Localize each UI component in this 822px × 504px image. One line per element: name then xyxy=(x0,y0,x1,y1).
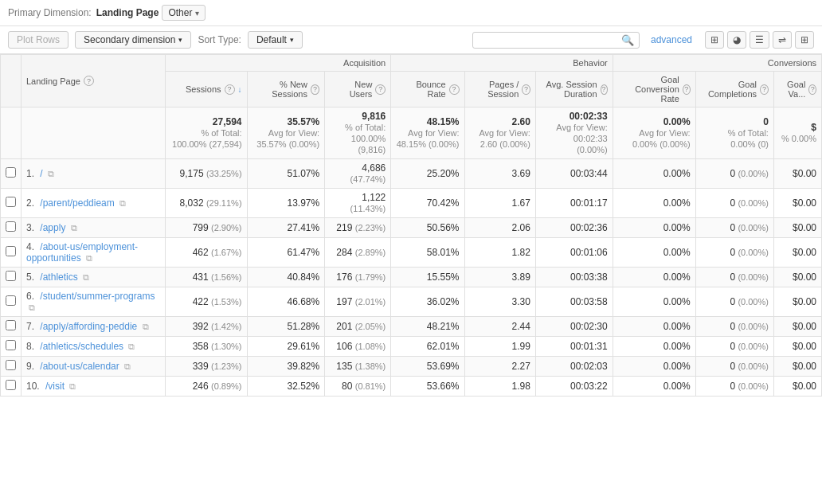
row-page-cell: 1. / ⧉ xyxy=(22,159,166,189)
row-checkbox-input[interactable] xyxy=(6,271,16,281)
row-checkbox[interactable] xyxy=(1,337,22,357)
secondary-dimension-button[interactable]: Secondary dimension ▾ xyxy=(75,31,191,49)
row-page-link[interactable]: /student/summer-programs xyxy=(40,291,155,302)
avg-session-info-icon[interactable]: ? xyxy=(601,84,608,95)
row-page-link[interactable]: /about-us/calendar xyxy=(40,361,119,372)
row-checkbox-input[interactable] xyxy=(6,360,16,370)
row-goal-completions: 0 (0.00%) xyxy=(695,377,773,397)
row-external-icon[interactable]: ⧉ xyxy=(71,223,77,232)
search-icon[interactable]: 🔍 xyxy=(621,34,634,46)
row-external-icon[interactable]: ⧉ xyxy=(29,303,35,312)
row-checkbox[interactable] xyxy=(1,377,22,397)
row-external-icon[interactable]: ⧉ xyxy=(143,322,149,331)
row-checkbox-input[interactable] xyxy=(6,246,16,256)
row-external-icon[interactable]: ⧉ xyxy=(119,198,126,208)
row-new-sessions: 40.84% xyxy=(247,268,325,287)
row-checkbox-input[interactable] xyxy=(6,320,16,330)
row-number: 5. xyxy=(26,272,34,283)
row-external-icon[interactable]: ⧉ xyxy=(69,381,76,391)
row-avg-session: 00:02:03 xyxy=(535,357,613,377)
goal-completions-header: Goal Completions ? xyxy=(695,72,773,107)
row-avg-session: 00:03:44 xyxy=(535,159,613,189)
goal-completions-info-icon[interactable]: ? xyxy=(760,84,769,95)
pivot-view-button[interactable]: ⊞ xyxy=(795,31,814,49)
row-page-link[interactable]: /about-us/employment-opportunities xyxy=(26,241,138,264)
landing-page-info-icon[interactable]: ? xyxy=(84,76,94,86)
sessions-sort-icon[interactable]: ↓ xyxy=(238,85,242,94)
row-page-link[interactable]: /apply xyxy=(40,222,65,233)
row-goal-value: $0.00 xyxy=(773,287,821,317)
goal-value-header: Goal Va... ? xyxy=(773,72,821,107)
sessions-header: Sessions ? ↓ xyxy=(165,72,247,107)
row-pages-session: 2.27 xyxy=(464,357,535,377)
row-bounce-rate: 15.55% xyxy=(391,268,464,287)
other-button[interactable]: Other ▾ xyxy=(162,5,206,21)
row-checkbox[interactable] xyxy=(1,189,22,218)
row-avg-session: 00:03:22 xyxy=(535,377,613,397)
row-sessions: 246 (0.89%) xyxy=(165,377,247,397)
default-chevron-icon: ▾ xyxy=(290,36,294,44)
row-checkbox-input[interactable] xyxy=(6,380,16,390)
table-row: 10. /visit ⧉ 246 (0.89%) 32.52% 80 (0.81… xyxy=(1,377,822,397)
new-users-info-icon[interactable]: ? xyxy=(375,84,386,95)
plot-rows-button[interactable]: Plot Rows xyxy=(8,31,68,49)
pages-session-info-icon[interactable]: ? xyxy=(522,84,530,95)
row-page-link[interactable]: /parent/peddieam xyxy=(40,197,114,209)
row-checkbox[interactable] xyxy=(1,268,22,287)
pie-view-button[interactable]: ◕ xyxy=(727,31,746,49)
row-pages-session: 1.82 xyxy=(464,238,535,268)
row-checkbox[interactable] xyxy=(1,317,22,337)
row-goal-value: $0.00 xyxy=(773,377,821,397)
default-sort-button[interactable]: Default ▾ xyxy=(248,31,303,49)
search-input[interactable] xyxy=(478,34,621,45)
row-pages-session: 3.69 xyxy=(464,159,535,189)
total-goal-completions: 0 % of Total: 0.00% (0) xyxy=(695,107,773,159)
total-new-sessions: 35.57% Avg for View: 35.57% (0.00%) xyxy=(247,107,325,159)
row-external-icon[interactable]: ⧉ xyxy=(48,169,54,178)
row-external-icon[interactable]: ⧉ xyxy=(83,272,89,282)
row-page-link[interactable]: /apply/affording-peddie xyxy=(40,321,137,332)
primary-dimension-value: Landing Page xyxy=(96,7,159,18)
goal-conversion-info-icon[interactable]: ? xyxy=(683,84,691,95)
row-goal-value: $0.00 xyxy=(773,317,821,337)
row-checkbox[interactable] xyxy=(1,238,22,268)
row-new-sessions: 27.41% xyxy=(247,218,325,238)
row-sessions: 8,032 (29.11%) xyxy=(165,189,247,218)
row-checkbox-input[interactable] xyxy=(6,295,16,306)
row-checkbox[interactable] xyxy=(1,287,22,317)
row-goal-conversion: 0.00% xyxy=(613,287,695,317)
row-external-icon[interactable]: ⧉ xyxy=(86,253,92,263)
row-checkbox[interactable] xyxy=(1,218,22,238)
row-checkbox-input[interactable] xyxy=(6,167,16,178)
row-checkbox-input[interactable] xyxy=(6,221,16,232)
row-checkbox-input[interactable] xyxy=(6,197,16,207)
row-goal-completions: 0 (0.00%) xyxy=(695,357,773,377)
goal-value-info-icon[interactable]: ? xyxy=(808,84,816,95)
new-sessions-info-icon[interactable]: ? xyxy=(311,84,319,95)
row-page-link[interactable]: /athletics/schedules xyxy=(40,341,123,352)
sessions-info-icon[interactable]: ? xyxy=(225,84,235,95)
row-checkbox[interactable] xyxy=(1,357,22,377)
row-page-link[interactable]: /athletics xyxy=(40,272,77,283)
row-page-link[interactable]: /visit xyxy=(45,381,65,392)
row-avg-session: 00:03:38 xyxy=(535,268,613,287)
row-checkbox[interactable] xyxy=(1,159,22,189)
row-external-icon[interactable]: ⧉ xyxy=(128,342,135,351)
bounce-rate-info-icon[interactable]: ? xyxy=(449,84,460,95)
advanced-link[interactable]: advanced xyxy=(651,34,692,45)
row-avg-session: 00:02:36 xyxy=(535,218,613,238)
row-bounce-rate: 25.20% xyxy=(391,159,464,189)
row-new-sessions: 51.28% xyxy=(247,317,325,337)
row-bounce-rate: 53.66% xyxy=(391,377,464,397)
row-bounce-rate: 36.02% xyxy=(391,287,464,317)
table-row: 4. /about-us/employment-opportunities ⧉ … xyxy=(1,238,822,268)
row-goal-conversion: 0.00% xyxy=(613,218,695,238)
row-checkbox-input[interactable] xyxy=(6,340,16,350)
compare-view-button[interactable]: ⇌ xyxy=(773,31,792,49)
row-page-link[interactable]: / xyxy=(40,168,42,179)
row-external-icon[interactable]: ⧉ xyxy=(124,361,131,371)
row-new-users: 80 (0.81%) xyxy=(325,377,391,397)
list-view-button[interactable]: ☰ xyxy=(750,31,769,49)
select-all-checkbox-header xyxy=(1,55,22,107)
grid-view-button[interactable]: ⊞ xyxy=(705,31,724,49)
